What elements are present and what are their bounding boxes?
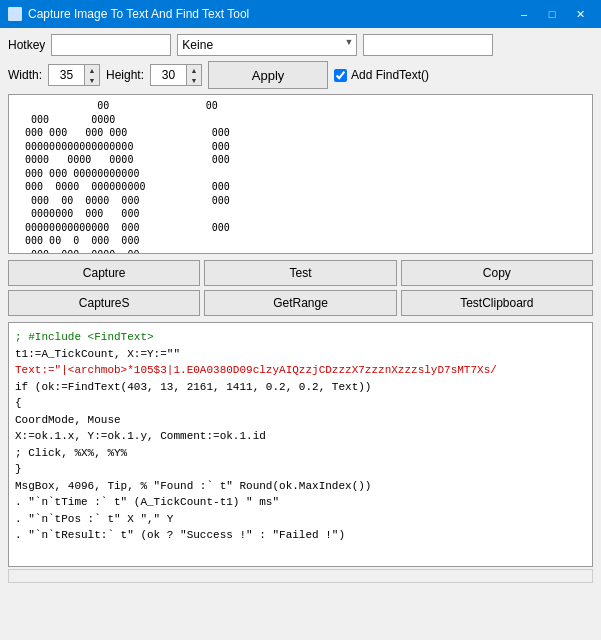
title-bar-title-group: Capture Image To Text And Find Text Tool <box>8 7 249 21</box>
code-line: { <box>15 395 586 412</box>
width-down-btn[interactable]: ▼ <box>85 75 99 85</box>
add-findtext-wrapper: Add FindText() <box>334 68 429 82</box>
code-line: . "`n`tResult:` t" (ok ? "Success !" : "… <box>15 527 586 544</box>
height-input[interactable]: 30 <box>150 64 186 86</box>
height-up-btn[interactable]: ▲ <box>187 65 201 75</box>
testclipboard-button[interactable]: TestClipboard <box>401 290 593 316</box>
code-line: Text:="|<archmob>*105$3|1.E0A0380D09clzy… <box>15 362 586 379</box>
preview-area: 00 00 000 0000 000 000 000 000 000 00000… <box>8 94 593 254</box>
code-line: X:=ok.1.x, Y:=ok.1.y, Comment:=ok.1.id <box>15 428 586 445</box>
title-bar-controls: – □ ✕ <box>511 4 593 24</box>
controls-row: Width: 35 ▲ ▼ Height: 30 ▲ ▼ Apply Add F… <box>8 61 593 89</box>
code-line: t1:=A_TickCount, X:=Y:="" <box>15 346 586 363</box>
code-line: MsgBox, 4096, Tip, % "Found :` t" Round(… <box>15 478 586 495</box>
code-line: . "`n`tPos :` t" X "," Y <box>15 511 586 528</box>
height-label: Height: <box>106 68 144 82</box>
hotkey-row: Hotkey Keine <box>8 34 593 56</box>
title-bar: Capture Image To Text And Find Text Tool… <box>0 0 601 28</box>
extra-input[interactable] <box>363 34 493 56</box>
width-input[interactable]: 35 <box>48 64 84 86</box>
maximize-button[interactable]: □ <box>539 4 565 24</box>
add-findtext-label: Add FindText() <box>351 68 429 82</box>
add-findtext-checkbox[interactable] <box>334 69 347 82</box>
hotkey-input[interactable] <box>51 34 171 56</box>
dropdown-select[interactable]: Keine <box>177 34 357 56</box>
apply-button[interactable]: Apply <box>208 61 328 89</box>
code-line: if (ok:=FindText(403, 13, 2161, 1411, 0.… <box>15 379 586 396</box>
height-spinner-btns: ▲ ▼ <box>186 64 202 86</box>
code-area: ; #Include <FindText>t1:=A_TickCount, X:… <box>8 322 593 567</box>
captures-button[interactable]: CaptureS <box>8 290 200 316</box>
capture-button[interactable]: Capture <box>8 260 200 286</box>
height-down-btn[interactable]: ▼ <box>187 75 201 85</box>
horizontal-scrollbar[interactable] <box>8 569 593 583</box>
hotkey-label: Hotkey <box>8 38 45 52</box>
height-spinner: 30 ▲ ▼ <box>150 64 202 86</box>
test-button[interactable]: Test <box>204 260 396 286</box>
width-spinner-btns: ▲ ▼ <box>84 64 100 86</box>
preview-text: 00 00 000 0000 000 000 000 000 000 00000… <box>13 99 588 254</box>
minimize-button[interactable]: – <box>511 4 537 24</box>
main-content: Hotkey Keine Width: 35 ▲ ▼ Height: 30 ▲ … <box>0 28 601 589</box>
getrange-button[interactable]: GetRange <box>204 290 396 316</box>
app-icon <box>8 7 22 21</box>
code-line: CoordMode, Mouse <box>15 412 586 429</box>
close-button[interactable]: ✕ <box>567 4 593 24</box>
code-line: } <box>15 461 586 478</box>
window-title: Capture Image To Text And Find Text Tool <box>28 7 249 21</box>
dropdown-wrapper: Keine <box>177 34 357 56</box>
width-spinner: 35 ▲ ▼ <box>48 64 100 86</box>
button-grid: Capture Test Copy CaptureS GetRange Test… <box>8 260 593 316</box>
copy-button[interactable]: Copy <box>401 260 593 286</box>
code-line: ; #Include <FindText> <box>15 329 586 346</box>
code-line: . "`n`tTime :` t" (A_TickCount-t1) " ms" <box>15 494 586 511</box>
width-label: Width: <box>8 68 42 82</box>
code-line: ; Click, %X%, %Y% <box>15 445 586 462</box>
width-up-btn[interactable]: ▲ <box>85 65 99 75</box>
